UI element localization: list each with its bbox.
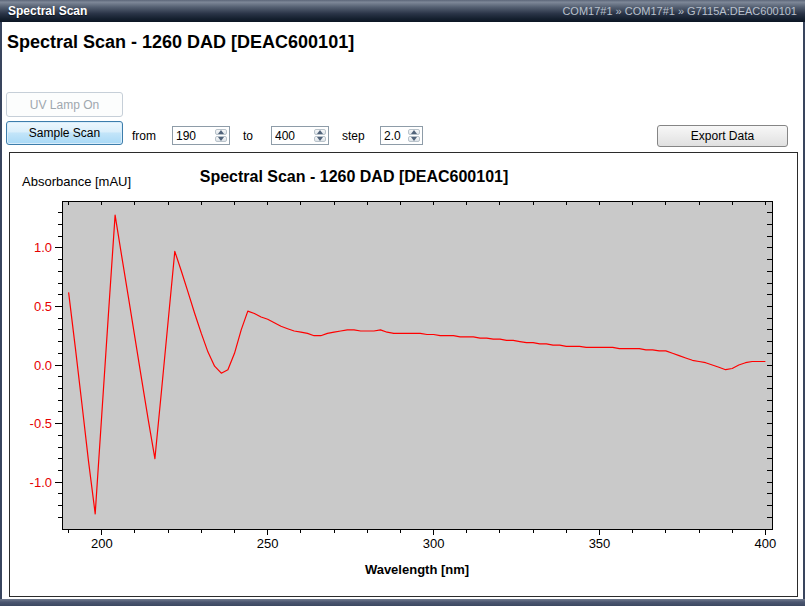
from-label: from	[132, 129, 156, 143]
from-spinner-up-button[interactable]	[215, 129, 227, 135]
step-spinner	[407, 128, 421, 143]
y-tick-label: 0.5	[34, 299, 52, 314]
to-spinner-up-button[interactable]	[314, 129, 326, 135]
y-tick-label: 1.0	[34, 240, 52, 255]
step-spinner-up-button[interactable]	[408, 129, 420, 135]
y-tick-label: -0.5	[30, 416, 52, 431]
arrow-up-icon	[411, 130, 417, 134]
window-bottom-bar	[0, 599, 805, 606]
title-bar: Spectral Scan COM17#1 » COM17#1 » G7115A…	[0, 0, 805, 22]
x-tick-label: 250	[257, 536, 279, 551]
spectral-chart-panel: Absorbance [mAU] Spectral Scan - 1260 DA…	[9, 152, 798, 597]
step-spinner-down-button[interactable]	[408, 136, 420, 142]
app-window: Spectral Scan COM17#1 » COM17#1 » G7115A…	[0, 0, 805, 606]
x-tick-label: 300	[423, 536, 445, 551]
arrow-up-icon	[317, 130, 323, 134]
x-tick-label: 200	[91, 536, 113, 551]
step-field-group	[380, 126, 423, 145]
from-spinner	[214, 128, 228, 143]
device-breadcrumb: COM17#1 » COM17#1 » G7115A:DEAC600101	[562, 5, 797, 17]
spectral-chart: 200250300350400-1.0-0.50.00.51.0	[10, 153, 797, 596]
page-title: Spectral Scan - 1260 DAD [DEAC600101]	[7, 32, 354, 53]
x-tick-label: 400	[755, 536, 777, 551]
arrow-down-icon	[218, 137, 224, 141]
export-data-button[interactable]: Export Data	[657, 125, 788, 147]
arrow-up-icon	[218, 130, 224, 134]
to-label: to	[243, 129, 253, 143]
to-field-group	[271, 126, 329, 145]
plot-area	[62, 201, 772, 529]
y-tick-label: -1.0	[30, 475, 52, 490]
to-spinner-down-button[interactable]	[314, 136, 326, 142]
to-input[interactable]	[272, 127, 314, 144]
step-label: step	[342, 129, 365, 143]
from-input[interactable]	[173, 127, 215, 144]
arrow-down-icon	[411, 137, 417, 141]
from-spinner-down-button[interactable]	[215, 136, 227, 142]
x-tick-label: 350	[589, 536, 611, 551]
to-spinner	[313, 128, 327, 143]
window-title: Spectral Scan	[8, 4, 87, 18]
sample-scan-button[interactable]: Sample Scan	[6, 121, 123, 145]
chart-x-axis-label: Wavelength [nm]	[365, 562, 469, 577]
window-left-border	[0, 22, 2, 606]
y-tick-label: 0.0	[34, 358, 52, 373]
uv-lamp-on-button[interactable]: UV Lamp On	[6, 92, 123, 117]
arrow-down-icon	[317, 137, 323, 141]
step-input[interactable]	[381, 127, 408, 144]
from-field-group	[172, 126, 230, 145]
